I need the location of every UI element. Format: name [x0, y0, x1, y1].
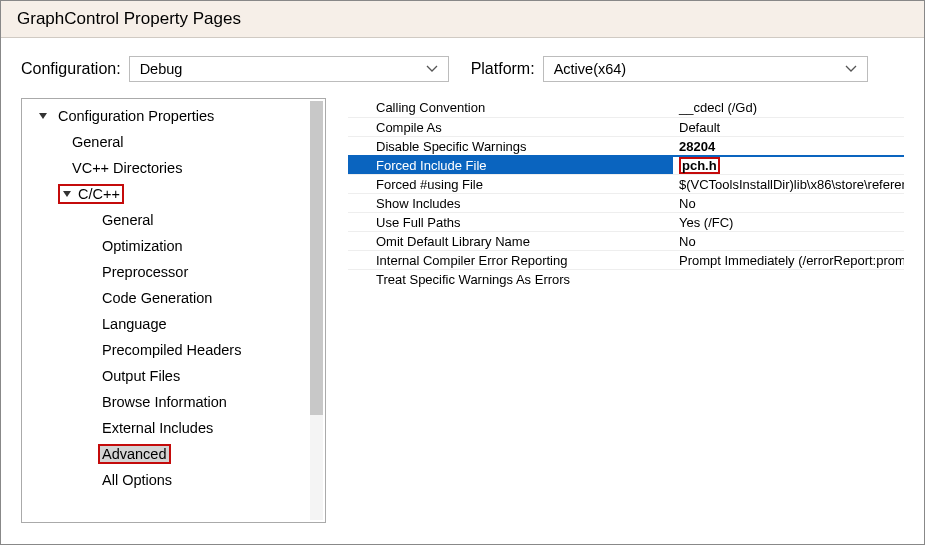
tree-item-pch[interactable]: Precompiled Headers — [28, 337, 309, 363]
property-value[interactable]: __cdecl (/Gd) — [673, 100, 904, 115]
property-name: Show Includes — [348, 196, 673, 211]
tree-item-ccpp[interactable]: C/C++ — [28, 181, 309, 207]
caret-down-icon — [38, 111, 48, 121]
property-name: Use Full Paths — [348, 215, 673, 230]
tree-item-label: Preprocessor — [98, 262, 192, 282]
tree-item-output[interactable]: Output Files — [28, 363, 309, 389]
tree-item-label: Optimization — [98, 236, 187, 256]
tree-item-label: Advanced — [98, 444, 171, 464]
property-value[interactable]: Yes (/FC) — [673, 215, 904, 230]
property-name: Internal Compiler Error Reporting — [348, 253, 673, 268]
property-row[interactable]: Treat Specific Warnings As Errors — [348, 269, 904, 288]
tree-item-ccpp-general[interactable]: General — [28, 207, 309, 233]
property-row[interactable]: Disable Specific Warnings28204 — [348, 136, 904, 155]
property-value[interactable]: 28204 — [673, 139, 904, 154]
tree-item-label: All Options — [98, 470, 176, 490]
tree-item-label: Output Files — [98, 366, 184, 386]
property-value[interactable]: No — [673, 196, 904, 211]
tree: Configuration Properties General VC++ Di… — [22, 99, 309, 497]
main-area: Configuration Properties General VC++ Di… — [1, 98, 924, 543]
property-row[interactable]: Forced #using File$(VCToolsInstallDir)li… — [348, 174, 904, 193]
property-grid: Calling Convention__cdecl (/Gd)Compile A… — [348, 98, 904, 523]
tree-item-label: Browse Information — [98, 392, 231, 412]
property-name: Omit Default Library Name — [348, 234, 673, 249]
platform-label: Platform: — [471, 60, 535, 78]
chevron-down-icon — [845, 63, 857, 75]
platform-select[interactable]: Active(x64) — [543, 56, 868, 82]
property-row[interactable]: Internal Compiler Error ReportingPrompt … — [348, 250, 904, 269]
property-name: Forced Include File — [348, 158, 673, 173]
configuration-value: Debug — [140, 61, 183, 77]
tree-item-label: Precompiled Headers — [98, 340, 245, 360]
highlighted-value: pch.h — [679, 157, 720, 174]
tree-item-optimization[interactable]: Optimization — [28, 233, 309, 259]
scrollbar-thumb[interactable] — [310, 101, 323, 415]
property-name: Forced #using File — [348, 177, 673, 192]
tree-item-label: Language — [98, 314, 171, 334]
tree-item-all[interactable]: All Options — [28, 467, 309, 493]
property-name: Treat Specific Warnings As Errors — [348, 272, 673, 287]
configuration-label: Configuration: — [21, 60, 121, 78]
property-name: Disable Specific Warnings — [348, 139, 673, 154]
tree-item-preprocessor[interactable]: Preprocessor — [28, 259, 309, 285]
configuration-select[interactable]: Debug — [129, 56, 449, 82]
scrollbar[interactable] — [310, 101, 323, 520]
tree-item-codegen[interactable]: Code Generation — [28, 285, 309, 311]
property-value[interactable]: $(VCToolsInstallDir)lib\x86\store\refere… — [673, 177, 904, 192]
property-name: Compile As — [348, 120, 673, 135]
property-row[interactable]: Compile AsDefault — [348, 117, 904, 136]
property-row[interactable]: Show IncludesNo — [348, 193, 904, 212]
tree-item-label: Configuration Properties — [54, 106, 218, 126]
chevron-down-icon — [426, 63, 438, 75]
property-value[interactable]: No — [673, 234, 904, 249]
tree-item-label: External Includes — [98, 418, 217, 438]
tree-item-advanced[interactable]: Advanced — [28, 441, 309, 467]
tree-item-label: VC++ Directories — [68, 158, 186, 178]
tree-item-label: Code Generation — [98, 288, 216, 308]
platform-value: Active(x64) — [554, 61, 627, 77]
tree-item-vcdirs[interactable]: VC++ Directories — [28, 155, 309, 181]
property-row[interactable]: Calling Convention__cdecl (/Gd) — [348, 98, 904, 117]
tree-item-label: General — [98, 210, 158, 230]
property-row[interactable]: Omit Default Library NameNo — [348, 231, 904, 250]
tree-item-label: C/C++ — [78, 186, 120, 202]
window-title: GraphControl Property Pages — [17, 9, 241, 28]
tree-item-external[interactable]: External Includes — [28, 415, 309, 441]
tree-item-language[interactable]: Language — [28, 311, 309, 337]
property-row[interactable]: Forced Include Filepch.h — [348, 155, 904, 174]
tree-item-label: General — [68, 132, 128, 152]
property-value[interactable]: Default — [673, 120, 904, 135]
property-value[interactable]: pch.h — [673, 157, 904, 174]
tree-item-browse[interactable]: Browse Information — [28, 389, 309, 415]
config-row: Configuration: Debug Platform: Active(x6… — [1, 38, 924, 98]
property-value[interactable]: Prompt Immediately (/errorReport:prompt) — [673, 253, 904, 268]
titlebar: GraphControl Property Pages — [1, 1, 924, 38]
tree-item-config-props[interactable]: Configuration Properties — [28, 103, 309, 129]
caret-down-icon — [62, 189, 72, 199]
tree-item-general[interactable]: General — [28, 129, 309, 155]
tree-panel: Configuration Properties General VC++ Di… — [21, 98, 326, 523]
property-row[interactable]: Use Full PathsYes (/FC) — [348, 212, 904, 231]
property-name: Calling Convention — [348, 100, 673, 115]
